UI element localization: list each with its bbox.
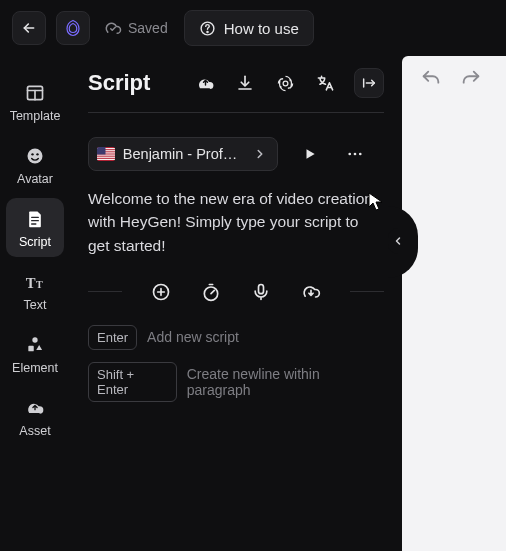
rail-item-asset[interactable]: Asset (6, 387, 64, 446)
svg-rect-16 (97, 157, 115, 158)
canvas-area[interactable] (402, 56, 506, 551)
svg-text:T: T (36, 279, 43, 290)
us-flag-icon (97, 147, 115, 161)
rail-item-avatar[interactable]: Avatar (6, 135, 64, 194)
rail-item-element[interactable]: Element (6, 324, 64, 383)
svg-text:T: T (26, 275, 36, 291)
chevron-right-icon (253, 147, 267, 161)
element-icon (24, 334, 46, 356)
script-textarea[interactable]: Welcome to the new era of video creation… (88, 187, 384, 257)
script-icon (24, 208, 46, 230)
play-button[interactable] (300, 144, 320, 164)
ai-button[interactable] (274, 72, 296, 94)
voice-row: Benjamin - Profess… (88, 137, 384, 171)
how-to-use-button[interactable]: How to use (184, 10, 314, 46)
panel-actions (194, 68, 384, 98)
svg-rect-18 (97, 147, 106, 155)
keyboard-hints: Enter Add new script Shift + Enter Creat… (88, 325, 384, 402)
svg-point-21 (359, 153, 362, 156)
rail-label: Element (12, 361, 58, 375)
rail-label: Asset (19, 424, 50, 438)
hint-shift-enter: Shift + Enter Create newline within para… (88, 362, 384, 402)
saved-status: Saved (104, 19, 168, 37)
rail-item-template[interactable]: Template (6, 72, 64, 131)
rail-label: Text (24, 298, 47, 312)
saved-label: Saved (128, 20, 168, 36)
key-shift-enter: Shift + Enter (88, 362, 177, 402)
app-logo[interactable] (56, 11, 90, 45)
svg-point-10 (283, 81, 288, 86)
avatar-icon (24, 145, 46, 167)
hint-enter-label: Add new script (147, 329, 239, 345)
pace-button[interactable] (200, 281, 222, 303)
svg-point-4 (31, 153, 33, 155)
svg-point-1 (207, 31, 208, 32)
svg-rect-9 (28, 346, 33, 351)
cloud-download-button[interactable] (300, 281, 322, 303)
rail-item-script[interactable]: Script (6, 198, 64, 257)
svg-point-8 (32, 337, 37, 342)
svg-rect-24 (259, 284, 264, 293)
text-icon: TT (24, 271, 46, 293)
rail-item-text[interactable]: TT Text (6, 261, 64, 320)
top-bar: Saved How to use (0, 0, 506, 56)
download-button[interactable] (234, 72, 256, 94)
asset-icon (24, 397, 46, 419)
rail-label: Template (10, 109, 61, 123)
rail-label: Avatar (17, 172, 53, 186)
rail-label: Script (19, 235, 51, 249)
cloud-icon (104, 19, 122, 37)
svg-point-5 (36, 153, 38, 155)
key-enter: Enter (88, 325, 137, 350)
divider (88, 112, 384, 113)
voice-name: Benjamin - Profess… (123, 146, 245, 162)
template-icon (24, 82, 46, 104)
redo-button[interactable] (460, 68, 482, 90)
left-rail: Template Avatar Script TT Text Element (0, 56, 70, 551)
back-button[interactable] (12, 11, 46, 45)
svg-point-20 (354, 153, 357, 156)
svg-point-3 (28, 149, 43, 164)
more-button[interactable] (344, 144, 366, 164)
expand-button[interactable] (354, 68, 384, 98)
svg-point-19 (348, 153, 351, 156)
help-icon (199, 20, 216, 37)
svg-rect-17 (97, 159, 115, 160)
translate-button[interactable] (314, 72, 336, 94)
script-panel: Script (70, 56, 402, 551)
upload-cloud-button[interactable] (194, 72, 216, 94)
panel-title: Script (88, 70, 150, 96)
svg-rect-15 (97, 155, 115, 156)
collapse-panel-button[interactable] (388, 228, 408, 254)
how-to-use-label: How to use (224, 20, 299, 37)
undo-redo-group (420, 68, 482, 90)
hint-shift-label: Create newline within paragraph (187, 366, 384, 398)
script-tools (88, 281, 384, 303)
mic-button[interactable] (250, 281, 272, 303)
hint-enter: Enter Add new script (88, 325, 384, 350)
voice-selector[interactable]: Benjamin - Profess… (88, 137, 278, 171)
add-button[interactable] (150, 281, 172, 303)
undo-button[interactable] (420, 68, 442, 90)
